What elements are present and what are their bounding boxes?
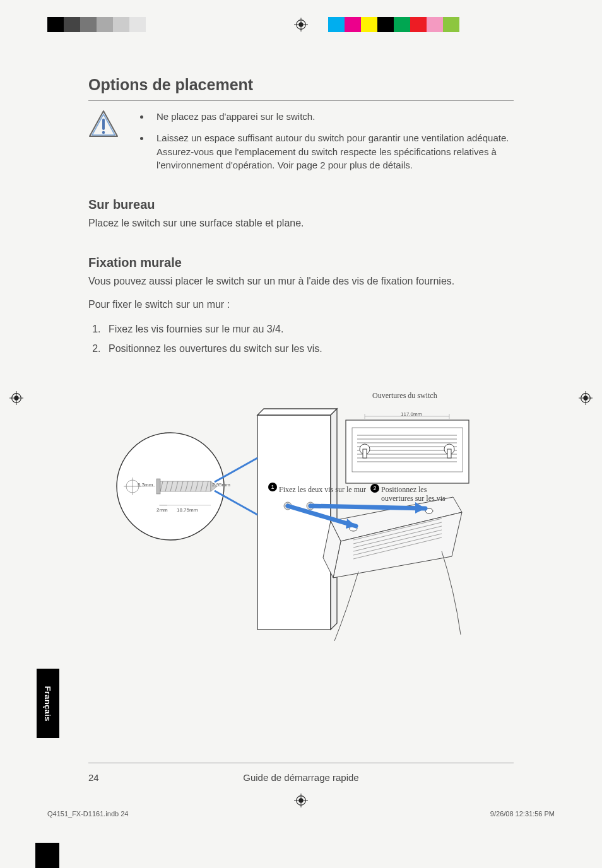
- figure-dimension: 2mm: [156, 507, 168, 513]
- svg-rect-25: [156, 479, 160, 494]
- registration-mark-icon: [294, 794, 308, 810]
- print-timestamp: 9/26/08 12:31:56 PM: [490, 810, 555, 818]
- divider: [88, 100, 514, 101]
- warning-icon: [88, 110, 119, 180]
- figure-dimension: 5.3mm: [138, 482, 153, 488]
- warning-block: Ne placez pas d'apparei sur le switch. L…: [88, 110, 514, 180]
- figure-dimension: 117.0mm: [401, 411, 422, 417]
- warning-item: Ne placez pas d'apparei sur le switch.: [150, 110, 514, 124]
- language-tab: Français: [37, 669, 59, 738]
- crop-color-bars: [0, 16, 602, 33]
- svg-text:1: 1: [271, 484, 274, 490]
- step-item: Positionnez les ouvertures du switch sur…: [103, 341, 514, 357]
- steps-list: Fixez les vis fournies sur le mur au 3/4…: [88, 321, 514, 357]
- svg-rect-62: [447, 449, 451, 458]
- body-text: Placez le switch sur une surface stable …: [88, 216, 514, 230]
- page-number: 24: [88, 772, 120, 783]
- section-heading: Sur bureau: [88, 197, 514, 212]
- svg-text:2: 2: [373, 485, 376, 491]
- body-text: Pour fixer le switch sur un mur :: [88, 297, 514, 312]
- svg-rect-40: [257, 415, 331, 630]
- svg-point-19: [102, 131, 105, 134]
- step-item: Fixez les vis fournies sur le mur au 3/4…: [103, 321, 514, 337]
- svg-rect-60: [363, 449, 367, 458]
- registration-mark-icon: [579, 391, 593, 408]
- figure-label: Ouvertures du switch: [372, 391, 437, 401]
- body-text: Vous pouvez aussi placer le switch sur u…: [88, 274, 514, 288]
- registration-mark-icon: [9, 391, 23, 408]
- figure-dimension: 18.75mm: [177, 507, 198, 513]
- page-footer: 24 Guide de démarrage rapide: [88, 763, 514, 783]
- print-footer: Q4151_FX-D1161.indb 24 9/26/08 12:31:56 …: [47, 810, 555, 818]
- figure-callout: ouvertures sur les vis: [381, 494, 446, 503]
- figure-dimension: 2.95mm: [212, 482, 230, 488]
- print-filename: Q4151_FX-D1161.indb 24: [47, 810, 128, 818]
- figure-callout: Fixez les deux vis sur le mur: [279, 485, 366, 495]
- warning-item: Laissez un espace suffisant autour du sw…: [150, 131, 514, 172]
- figure-callout: Positionnez les: [381, 485, 427, 495]
- section-heading: Fixation murale: [88, 255, 514, 270]
- footer-title: Guide de démarrage rapide: [120, 772, 482, 783]
- installation-figure: 1 2 Ouvertures du switch 117.0mm 5.3mm 2…: [88, 382, 514, 647]
- svg-marker-41: [257, 409, 337, 415]
- page-title: Options de placement: [88, 76, 514, 94]
- warning-list: Ne placez pas d'apparei sur le switch. L…: [136, 110, 514, 180]
- bleed-bar: [35, 843, 59, 868]
